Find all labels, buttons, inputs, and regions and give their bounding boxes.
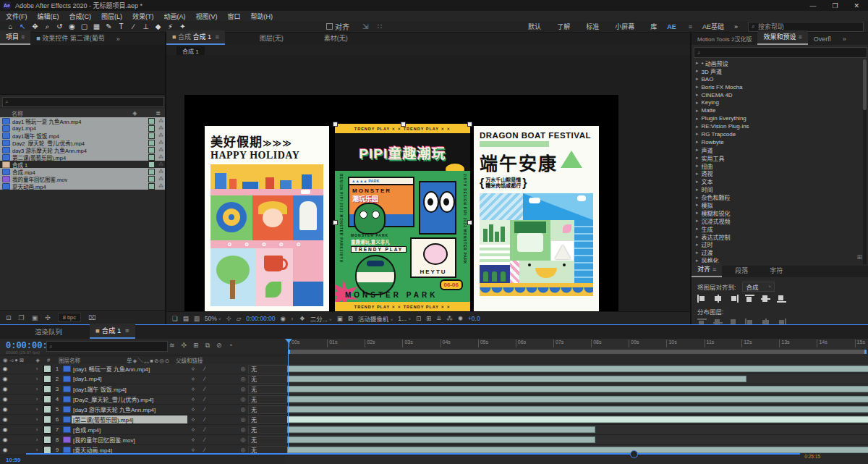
layer-row[interactable]: ◉ › 3 [day1端午 饭饭.mp4] ⟡ ∕ ◎ 无˅ [0, 384, 286, 395]
expand-arrow-icon[interactable]: › [32, 366, 42, 372]
timeline-icon[interactable]: ≞ [436, 315, 441, 322]
label-color-chip[interactable] [43, 426, 51, 434]
parent-pickwhip-icon[interactable]: ◎ [238, 376, 248, 382]
eye-icon[interactable]: ◉ [0, 406, 10, 413]
graph-editor-icon[interactable]: ◔ [229, 342, 232, 350]
tabs-overflow[interactable]: » [111, 34, 126, 45]
expand-arrow-icon[interactable]: ▸ [696, 116, 699, 122]
view-layout-dropdown[interactable]: 1... ˅ [398, 315, 411, 322]
project-item-row[interactable]: day3 游乐摩天轮 九鱼Ann.mp4 ⁂ [0, 146, 165, 153]
expand-arrow-icon[interactable]: ▸ [696, 60, 699, 66]
tab-layer[interactable]: 图层(无) [254, 32, 289, 45]
expand-arrow-icon[interactable]: › [32, 386, 42, 392]
workspace-item[interactable]: 库 [650, 22, 657, 31]
layer-duration-bar[interactable] [287, 386, 868, 392]
expand-arrow-icon[interactable]: ▸ [696, 195, 699, 201]
quality-switch-icon[interactable]: ∕ [199, 376, 210, 382]
tab-project[interactable]: 项目≡ [0, 30, 30, 45]
parent-pickwhip-icon[interactable]: ◎ [238, 396, 248, 402]
layer-bar-row[interactable] [286, 374, 868, 384]
parent-pickwhip-icon[interactable]: ◎ [238, 416, 248, 423]
composition-mini-flowchart-icon[interactable]: ≋ [169, 342, 175, 350]
eye-icon[interactable]: ◉ [0, 436, 10, 443]
parent-pickwhip-icon[interactable]: ◎ [238, 426, 248, 433]
workspace-item[interactable]: 默认 [528, 22, 541, 31]
project-search-input[interactable]: ⌕ [2, 97, 164, 107]
project-item-row[interactable]: day1.mp4 ⁂ [0, 125, 165, 132]
expand-arrow-icon[interactable]: › [32, 396, 42, 402]
effects-category-row[interactable]: ▸ 生成 [692, 225, 862, 233]
pixel-aspect-icon[interactable]: ⊡ [416, 315, 421, 322]
parent-pickwhip-icon[interactable]: ◎ [238, 406, 248, 413]
menu-item[interactable]: 视图(V) [196, 12, 218, 21]
parent-pickwhip-icon[interactable]: ◎ [238, 386, 248, 392]
expand-arrow-icon[interactable]: ▸ [696, 68, 699, 74]
panel-menu-icon[interactable]: ≡ [712, 266, 716, 273]
tab-timeline-comp[interactable]: ■ 合成 1 ≡ [90, 324, 135, 339]
expand-arrow-icon[interactable]: ▸ [696, 210, 699, 216]
panel-menu-icon[interactable]: ≡ [798, 33, 801, 41]
expand-arrow-icon[interactable]: › [32, 416, 42, 423]
label-color-swatch[interactable] [148, 132, 155, 139]
hide-shy-layers-icon[interactable]: ⊞ [193, 342, 199, 350]
eye-icon[interactable]: ◉ [0, 366, 10, 372]
poster-pipi-trendy-play[interactable]: TRENDY PLAY ✕ ✕ TRENDY PLAY ✕ ✕ PIPI童趣潮玩… [335, 124, 470, 311]
maximize-button[interactable]: ❐ [832, 2, 838, 9]
panel-menu-icon[interactable]: ≡ [125, 326, 129, 334]
new-composition-icon[interactable]: ▣ [32, 314, 38, 321]
project-settings-icon[interactable]: ✣ [45, 314, 51, 321]
layer-row[interactable]: ◉ › 2 [day1.mp4] ⟡ ∕ ◎ 无˅ [0, 374, 286, 384]
layer-name[interactable]: [day1.mp4] [72, 376, 187, 382]
usage-column-icon[interactable]: ≣ [156, 110, 161, 117]
viewer-stage[interactable]: 美好假期≫≫≫ HAPPY HOLIDAY [166, 55, 690, 311]
selection-handle[interactable] [467, 122, 472, 127]
label-color-swatch[interactable] [148, 176, 155, 182]
effects-category-row[interactable]: ▸ Boris FX Mocha [692, 83, 862, 91]
expand-arrow-icon[interactable]: ▸ [696, 147, 699, 153]
effects-category-row[interactable]: ▸ 模拟 [692, 201, 862, 209]
effects-category-row[interactable]: ▸ 杂色和颗粒 [692, 193, 862, 201]
label-color-chip[interactable] [43, 436, 51, 444]
label-column-icon[interactable]: ◈ [132, 110, 137, 117]
eye-icon[interactable]: ◉ [0, 426, 10, 433]
menu-item[interactable]: 帮助(H) [251, 12, 273, 21]
effects-search-input[interactable]: ⌕ [694, 47, 867, 58]
layer-name-column[interactable]: 图层名称 [50, 356, 80, 364]
workspace-menu-icon[interactable]: ≡ [689, 23, 692, 30]
effects-category-row[interactable]: ▸ Rowbyte [692, 138, 862, 146]
close-button[interactable]: ✕ [854, 2, 859, 9]
snap-checkbox[interactable] [326, 23, 333, 30]
label-color-swatch[interactable] [148, 125, 155, 132]
project-item-row[interactable]: 我的童年回忆图鉴.mov ⁂ [0, 175, 165, 182]
align-vertical-center-button[interactable] [761, 295, 770, 303]
label-color-chip[interactable] [43, 405, 51, 413]
expand-arrow-icon[interactable]: ▸ [696, 226, 699, 232]
layer-row[interactable]: ◉ › 6 [第二课(葡萄乐园).mp4] ⟡ ∕ ◎ 无˅ [0, 415, 286, 425]
effects-category-row[interactable]: ▸ * 动画预设 [692, 59, 862, 67]
tool-button[interactable]: ✥ [29, 22, 41, 32]
workspace-ae[interactable]: AE [667, 23, 676, 30]
new-folder-icon[interactable]: ❐ [19, 314, 25, 321]
layer-bar-row[interactable] [286, 415, 868, 425]
quality-switch-icon[interactable]: ∕ [199, 436, 210, 443]
menu-item[interactable]: 动画(A) [164, 12, 186, 21]
layer-duration-bar[interactable] [287, 447, 868, 453]
collapse-switch-icon[interactable]: ⟡ [187, 376, 199, 383]
eye-icon[interactable]: ◉ [0, 386, 10, 392]
effects-category-row[interactable]: ▸ CINEMA 4D [692, 91, 862, 99]
collapse-switch-icon[interactable]: ⟡ [187, 426, 199, 434]
parent-link-column[interactable]: 父级和链接 [170, 356, 203, 364]
expand-arrow-icon[interactable]: › [32, 376, 42, 382]
tab-character[interactable]: 字符 [764, 264, 788, 277]
align-horizontal-center-button[interactable] [713, 295, 723, 303]
effects-category-row[interactable]: ▸ 时间 [692, 185, 862, 193]
tab-effect-controls[interactable]: ■ 效果控件 第二课(葡萄 [30, 32, 110, 45]
layer-name[interactable]: [day1 畅玩一夏 九鱼Ann.mp4] [72, 365, 187, 373]
label-color-swatch[interactable] [148, 169, 155, 175]
collapse-switch-icon[interactable]: ⟡ [187, 366, 199, 373]
playhead[interactable] [288, 339, 289, 449]
align-to-dropdown[interactable]: 合成˅ [742, 282, 775, 292]
selection-handle[interactable] [401, 122, 406, 127]
layer-name[interactable]: [我的童年回忆图鉴.mov] [72, 436, 187, 444]
layer-duration-bar[interactable] [287, 416, 868, 423]
